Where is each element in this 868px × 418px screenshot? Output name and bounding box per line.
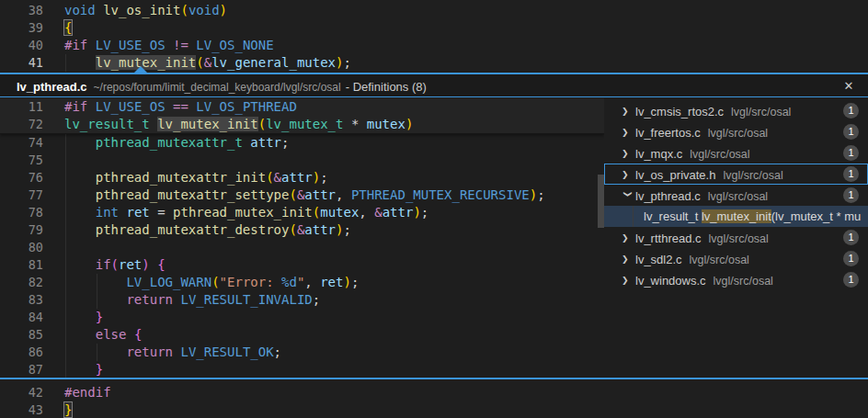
definitions-results-tree[interactable]: ❯lv_cmsis_rtos2.clvgl/src/osal1❯lv_freer… [604,98,868,378]
code-token [150,257,157,272]
code-line[interactable]: 74 pthread_mutexattr_t attr; [0,134,604,152]
line-text: return LV_RESULT_INVALID; [64,291,320,309]
tree-item-match[interactable]: lv_result_t lv_mutex_init(lv_mutex_t * m… [604,206,868,227]
tree-item-file[interactable]: ❯lv_rtthread.clvgl/src/osal1 [604,227,868,248]
code-token [166,38,173,52]
code-line[interactable]: 84 } [0,309,604,326]
line-number[interactable]: 81 [0,256,43,274]
line-number[interactable]: 78 [0,204,43,221]
vscode-window: { "colors": { "editor_background": "#1f1… [0,0,868,418]
code-token: LV_LOG_WARN [126,275,211,289]
code-line[interactable]: 39{ [0,19,868,37]
chevron-down-icon[interactable]: ❯ [617,191,638,205]
code-token: return [126,292,173,307]
code-line[interactable]: 75 [0,152,604,169]
tree-item-file[interactable]: ❯lv_cmsis_rtos2.clvgl/src/osal1 [604,100,868,121]
line-number[interactable]: 38 [0,2,43,19]
code-token: attr [383,205,414,220]
line-number[interactable]: 79 [0,221,43,239]
line-text: } [64,361,103,378]
line-number[interactable]: 11 [0,98,43,116]
code-token [64,310,96,324]
code-line[interactable]: 72lv_result_t lv_mutex_init(lv_mutex_t *… [0,116,604,133]
line-number[interactable]: 87 [0,361,43,378]
main-editor-top[interactable]: 38void lv_os_init(void)39{40#if LV_USE_O… [0,2,868,72]
code-token: ) [220,3,227,17]
line-number[interactable]: 75 [0,152,43,169]
code-token: attr [304,187,336,202]
code-token: else [96,327,127,342]
code-token: pthread_mutex_init [173,205,313,220]
peek-code-lines[interactable]: 74 pthread_mutexattr_t attr;7576 pthread… [0,134,604,378]
code-token [64,257,96,272]
line-number[interactable]: 74 [0,134,43,152]
code-token: { [64,20,72,35]
line-number[interactable]: 86 [0,344,43,361]
code-line[interactable]: 42#endif [0,384,868,401]
line-number[interactable]: 76 [0,169,43,186]
chevron-right-icon[interactable]: ❯ [622,101,635,121]
count-badge: 1 [843,166,859,182]
line-number[interactable]: 84 [0,309,43,326]
word-highlight: lv_mutex_init [157,117,258,131]
tree-item-file[interactable]: ❯lv_windows.clvgl/src/osal1 [604,269,868,290]
tree-item-file[interactable]: ❯lv_os_private.hlvgl/src/osal1 [604,164,868,185]
line-number[interactable]: 82 [0,274,43,291]
line-number[interactable]: 41 [0,54,43,72]
code-line[interactable]: 11#if LV_USE_OS == LV_OS_PTHREAD [0,98,604,116]
code-line[interactable]: 85 else { [0,326,604,344]
chevron-right-icon[interactable]: ❯ [622,270,635,290]
code-line[interactable]: 87 } [0,361,604,378]
peek-editor[interactable]: 11#if LV_USE_OS == LV_OS_PTHREAD72lv_res… [0,98,604,378]
line-number[interactable]: 39 [0,19,43,37]
main-editor-bottom[interactable]: 42#endif43} [0,384,868,418]
code-token: ; [281,135,289,150]
code-line[interactable]: 38void lv_os_init(void) [0,2,868,19]
chevron-right-icon[interactable]: ❯ [622,249,635,269]
code-line[interactable]: 76 pthread_mutexattr_init(&attr); [0,169,604,186]
line-number[interactable]: 40 [0,37,43,54]
line-number[interactable]: 42 [0,384,43,401]
close-icon[interactable]: ✕ [839,74,858,97]
code-token: pthread_mutexattr_init [96,170,266,185]
tree-item-file[interactable]: ❯lv_freertos.clvgl/src/osal1 [604,121,868,142]
line-number[interactable]: 77 [0,186,43,204]
tree-item-file[interactable]: ❯lv_mqx.clvgl/src/osal1 [604,142,868,164]
code-line[interactable]: 79 pthread_mutexattr_destroy(&attr); [0,221,604,239]
chevron-right-icon[interactable]: ❯ [622,122,635,142]
code-token: LV_USE_OS [96,99,166,114]
line-text: pthread_mutexattr_settype(&attr, PTHREAD… [64,186,545,204]
code-line[interactable]: 80 [0,239,604,256]
code-token: lv_os_init [103,3,180,17]
line-number[interactable]: 80 [0,239,43,256]
peek-editor-scrollbar[interactable] [598,175,604,228]
file-path: lvgl/src/osal [731,106,791,119]
code-line[interactable]: 40#if LV_USE_OS != LV_OS_NONE [0,37,868,54]
code-token [64,205,96,220]
sticky-scroll-lines[interactable]: 11#if LV_USE_OS == LV_OS_PTHREAD72lv_res… [0,98,604,134]
code-token: int [96,205,119,220]
code-token: "Error: [220,275,281,289]
code-line[interactable]: 83 return LV_RESULT_INVALID; [0,291,604,309]
file-path: lvgl/src/osal [714,275,773,288]
code-token [64,292,126,307]
code-line[interactable]: 78 int ret = pthread_mutex_init(mutex, &… [0,204,604,221]
tree-item-file[interactable]: ❯lv_sdl2.clvgl/src/osal1 [604,248,868,269]
code-token: ; [537,187,544,202]
line-number[interactable]: 72 [0,116,43,133]
line-number[interactable]: 85 [0,326,43,344]
line-number[interactable]: 43 [0,401,43,418]
chevron-right-icon[interactable]: ❯ [622,228,635,248]
code-line[interactable]: 41 lv_mutex_init(&lv_general_mutex); [0,54,868,72]
line-number[interactable]: 83 [0,291,43,309]
chevron-right-icon[interactable]: ❯ [622,164,635,185]
code-line[interactable]: 77 pthread_mutexattr_settype(&attr, PTHR… [0,186,604,204]
tree-item-file[interactable]: ❯lv_pthread.clvgl/src/osal1 [604,185,868,206]
code-line[interactable]: 86 return LV_RESULT_OK; [0,344,604,361]
code-line[interactable]: 81 if(ret) { [0,256,604,274]
chevron-right-icon[interactable]: ❯ [622,143,635,164]
code-token: ( [289,187,296,202]
file-path: lvgl/src/osal [708,190,768,203]
code-line[interactable]: 82 LV_LOG_WARN("Error: %d", ret); [0,274,604,291]
code-line[interactable]: 43} [0,401,868,418]
